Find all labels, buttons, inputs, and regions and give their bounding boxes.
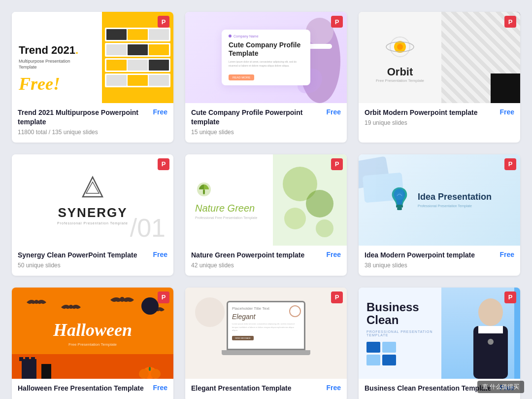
card-info-nature-green: Nature Green Powerpoint template Free 42…: [185, 246, 347, 276]
svg-rect-26: [41, 364, 51, 379]
thumb-halloween-inner: Halloween Free Presentation Template: [12, 288, 173, 379]
card-info-synergy: Synergy Clean PowerPoint Template Free 5…: [12, 246, 173, 276]
watermark: 直 什么值得买: [477, 381, 524, 393]
card-title-orbit: Orbit Modern Powerpoint template: [365, 108, 496, 117]
svg-point-19: [120, 297, 125, 302]
template-grid: P Trend 2021. Multipurpose PresentationT…: [0, 0, 532, 399]
elegant-desc: Lorem ipsum dolor sit amet, consectetur …: [232, 323, 300, 332]
badge-premium: P: [504, 158, 516, 170]
svg-marker-8: [86, 182, 99, 193]
card-sub-trend2021: 11800 total / 135 unique slides: [18, 129, 167, 136]
business-block-3: [366, 355, 380, 365]
card-orbit[interactable]: P Orbit Free Presentation Template: [359, 12, 520, 143]
halloween-title: Halloween: [53, 320, 132, 340]
orbit-left-panel: Orbit Free Presentation Template: [359, 12, 441, 103]
card-halloween[interactable]: P: [12, 288, 173, 399]
svg-point-28: [139, 369, 149, 379]
thumb-nature-inner: Nature Green Professional Free Presentat…: [185, 154, 347, 246]
badge-premium: P: [331, 158, 343, 170]
synergy-sub-text: Professional Presentation Template: [57, 221, 128, 225]
idea-sub-text: Professional Presentation Template: [418, 204, 492, 208]
badge-premium: P: [504, 291, 516, 303]
svg-point-5: [397, 44, 403, 50]
thumb-business-inner: Business Clean PROFESSIONAL PRESENTATION…: [359, 288, 520, 379]
card-cute-company[interactable]: P Company Name Cute Company Profile Temp…: [185, 12, 347, 143]
halloween-bats-svg: [12, 292, 173, 322]
thumb-cute-company: P Company Name Cute Company Profile Temp…: [185, 12, 347, 103]
trend-title: Trend 2021.: [19, 44, 95, 56]
halloween-ground: [12, 354, 173, 379]
cute-slide-title: Cute Company Profile Template: [229, 41, 303, 58]
card-sub-synergy: 50 unique slides: [18, 262, 167, 269]
card-info-elegant: Elegant Presentation Template Free: [185, 379, 347, 399]
card-title-trend2021: Trend 2021 Multipurpose Powerpoint templ…: [18, 108, 149, 127]
orbit-name-text: Orbit: [387, 66, 413, 78]
svg-point-12: [284, 208, 306, 229]
free-label-trend2021: Free: [153, 108, 167, 116]
badge-premium: P: [158, 291, 169, 303]
idea-text-block: Idea Presentation Professional Presentat…: [418, 192, 492, 208]
thumb-orbit: P Orbit Free Presentation Template: [359, 12, 520, 103]
laptop-base: [222, 350, 310, 355]
thumb-orbit-inner: Orbit Free Presentation Template: [359, 12, 520, 103]
thumb-idea-inner: Idea Presentation Professional Presentat…: [359, 154, 520, 246]
card-sub-orbit: 19 unique slides: [365, 119, 514, 126]
svg-point-34: [488, 339, 494, 345]
thumb-trend2021: P Trend 2021. Multipurpose PresentationT…: [12, 12, 173, 103]
card-idea[interactable]: P Idea Presentation Professional Present…: [359, 154, 520, 276]
card-title-business-clean: Business Clean Presentation Template: [365, 384, 496, 393]
synergy-num-text: /01: [130, 215, 166, 241]
idea-logo-svg: [387, 185, 412, 215]
svg-point-29: [151, 369, 161, 379]
badge-premium: P: [158, 158, 169, 170]
card-trend2021[interactable]: P Trend 2021. Multipurpose PresentationT…: [12, 12, 173, 143]
business-block-1: [366, 342, 380, 353]
elegant-laptop: Placeholder Title Text Elegant Lorem ips…: [217, 301, 315, 365]
svg-rect-33: [478, 326, 503, 333]
card-elegant[interactable]: P Placeholder Title Text Elegant Lorem i…: [185, 288, 347, 399]
badge-premium: P: [158, 16, 169, 28]
business-block-4: [382, 355, 396, 365]
business-block-2: [382, 342, 396, 353]
svg-point-18: [69, 305, 73, 309]
card-info-idea: Idea Modern Powerpoint template Free 38 …: [359, 246, 520, 276]
svg-point-11: [306, 190, 333, 218]
nature-sub-text: Professional Free Presentation Template: [195, 216, 263, 219]
svg-point-31: [478, 298, 503, 326]
orbit-logo-svg: [385, 32, 415, 62]
badge-premium: P: [331, 291, 343, 303]
synergy-name-text: SYNERGY: [57, 205, 128, 220]
free-label-synergy: Free: [153, 251, 167, 258]
card-info-halloween: Halloween Free Presentation Template Fre…: [12, 379, 173, 399]
svg-rect-30: [149, 367, 151, 371]
free-label-halloween: Free: [153, 384, 167, 392]
card-title-elegant: Elegant Presentation Template: [191, 384, 322, 393]
card-info-trend2021: Trend 2021 Multipurpose Powerpoint templ…: [12, 103, 173, 143]
card-title-synergy: Synergy Clean PowerPoint Template: [18, 251, 149, 260]
free-label-idea: Free: [499, 251, 514, 258]
business-title-text: Business Clean: [366, 301, 433, 327]
svg-rect-23: [19, 357, 23, 361]
thumb-synergy-inner: SYNERGY Professional Presentation Templa…: [12, 154, 173, 246]
svg-rect-24: [25, 357, 29, 361]
halloween-text-wrap: Halloween Free Presentation Template: [53, 320, 132, 347]
svg-point-20: [153, 307, 157, 311]
trend-sub: Multipurpose PresentationTemplate: [19, 58, 95, 71]
synergy-content: SYNERGY Professional Presentation Templa…: [57, 175, 128, 225]
badge-premium: P: [331, 16, 343, 28]
card-nature-green[interactable]: P Nature Green Professional Free Present…: [185, 154, 347, 276]
thumb-trend-inner: Trend 2021. Multipurpose PresentationTem…: [12, 12, 173, 103]
svg-marker-7: [83, 177, 102, 197]
free-label-nature-green: Free: [326, 251, 341, 258]
thumb-elegant-inner: Placeholder Title Text Elegant Lorem ips…: [185, 288, 347, 379]
business-sub-text: PROFESSIONAL PRESENTATION TEMPLATE: [366, 330, 433, 337]
card-synergy[interactable]: P SYNERGY Professional Presentation Temp…: [12, 154, 173, 276]
thumb-cute-inner: Company Name Cute Company Profile Templa…: [185, 12, 347, 103]
elegant-btn: SEND MESSAGE: [232, 336, 254, 340]
cute-company-name-label: Company Name: [229, 35, 303, 38]
svg-rect-25: [31, 357, 35, 361]
svg-rect-15: [397, 208, 402, 210]
idea-title-text: Idea Presentation: [418, 192, 492, 203]
svg-rect-32: [473, 326, 508, 379]
business-left-panel: Business Clean PROFESSIONAL PRESENTATION…: [359, 288, 441, 379]
